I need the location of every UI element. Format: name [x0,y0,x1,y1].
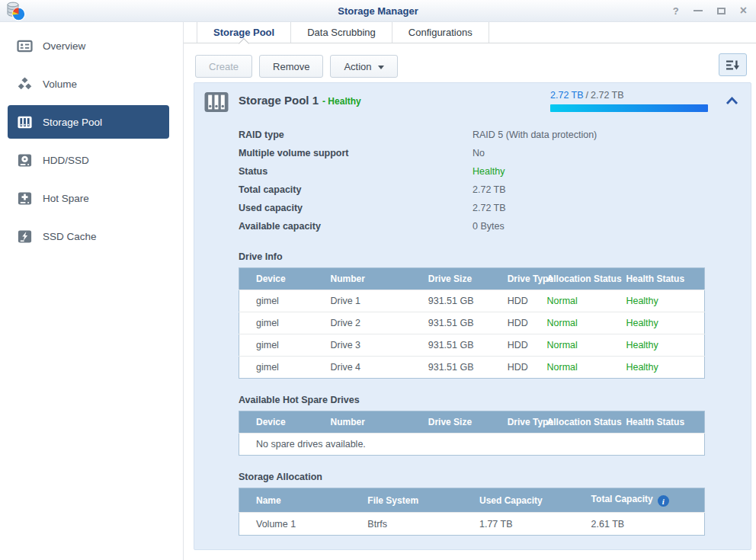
hot-spare-table: Device Number Drive Size Drive Type Allo… [239,411,705,456]
hot-spare-icon [17,190,33,206]
chevron-up-icon [726,96,738,105]
sidebar-item-label: Storage Pool [43,117,102,128]
usage-used-value: 2.72 TB [550,90,584,101]
volume-icon [17,76,33,92]
close-icon[interactable]: × [740,5,747,17]
pool-usage: 2.72 TB/2.72 TB [550,90,708,112]
maximize-icon[interactable] [717,5,726,17]
disk-array-icon [203,89,229,118]
overview-icon [17,38,33,54]
drive-info-table: Device Number Drive Size Drive Type Allo… [239,267,705,379]
tab-storage-pool[interactable]: Storage Pool [197,22,290,43]
hot-spare-title: Available Hot Spare Drives [239,394,705,406]
collapse-panel-button[interactable] [726,94,738,108]
drive-info-section: Drive Info Device Number Drive Size Driv… [239,251,705,379]
hot-spare-section: Available Hot Spare Drives Device Number… [239,394,705,456]
table-row[interactable]: gimel Drive 4 931.51 GB HDD Normal Healt… [239,357,705,379]
info-icon[interactable]: i [658,495,669,507]
empty-row: No spare drives available. [239,434,705,456]
sidebar-item-hot-spare[interactable]: Hot Spare [8,181,169,215]
table-header-row: Device Number Drive Size Drive Type Allo… [239,411,705,434]
titlebar: Storage Manager ? × [0,0,756,22]
sidebar-item-volume[interactable]: Volume [8,67,169,101]
storage-allocation-table: Name File System Used Capacity Total Cap… [239,488,705,536]
detail-row: Status Healthy [239,162,705,181]
tab-bar: Storage Pool Data Scrubbing Configuratio… [184,22,756,43]
create-button[interactable]: Create [195,55,252,78]
sidebar-item-label: HDD/SSD [43,155,89,166]
storage-allocation-title: Storage Allocation [239,471,705,483]
content-area: Storage Pool Data Scrubbing Configuratio… [184,22,756,560]
table-row[interactable]: gimel Drive 1 931.51 GB HDD Normal Healt… [239,290,705,312]
sidebar-item-label: Volume [43,78,77,90]
pool-status-badge: - Healthy [322,96,361,107]
remove-button[interactable]: Remove [259,55,323,78]
pool-title: Storage Pool 1- Healthy [239,94,361,107]
storage-pool-panel: Storage Pool 1- Healthy 2.72 TB/2.72 TB … [194,82,751,550]
usage-total-value: 2.72 TB [591,90,624,101]
pool-details: RAID type RAID 5 (With data protection) … [194,118,751,536]
sidebar-item-label: SSD Cache [43,231,97,242]
sidebar-item-label: Hot Spare [43,193,89,204]
sidebar-item-label: Overview [43,40,85,52]
usage-progress-fill [550,104,708,112]
hdd-ssd-icon [17,152,33,168]
table-row[interactable]: gimel Drive 2 931.51 GB HDD Normal Healt… [239,312,705,334]
ssd-cache-icon [17,229,33,245]
tab-data-scrubbing[interactable]: Data Scrubbing [290,22,392,43]
sidebar-item-ssd-cache[interactable]: SSD Cache [8,219,169,253]
table-row[interactable]: gimel Drive 3 931.51 GB HDD Normal Healt… [239,334,705,357]
storage-pool-icon [17,114,33,130]
tab-configurations[interactable]: Configurations [392,22,489,43]
action-button[interactable]: Action [330,55,397,78]
table-header-row: Name File System Used Capacity Total Cap… [239,488,705,513]
collapse-list-icon [726,59,740,71]
detail-row: Available capacity 0 Bytes [239,217,705,235]
sidebar: Overview Volume [0,22,184,560]
detail-row: Total capacity 2.72 TB [239,181,705,199]
sidebar-item-hdd-ssd[interactable]: HDD/SSD [8,143,169,177]
detail-row: RAID type RAID 5 (With data protection) [239,126,705,144]
detail-row: Used capacity 2.72 TB [239,199,705,217]
usage-progress-bar [550,104,708,112]
usage-text: 2.72 TB/2.72 TB [550,90,708,101]
help-icon[interactable]: ? [673,5,679,17]
detail-row: Multiple volume support No [239,144,705,162]
collapse-list-button[interactable] [719,53,747,76]
storage-allocation-section: Storage Allocation Name File System Used… [239,471,705,536]
window-controls: ? × [673,0,747,21]
status-value: Healthy [472,166,505,177]
chevron-down-icon [378,66,384,69]
sidebar-item-overview[interactable]: Overview [8,29,169,62]
storage-manager-app-icon [5,2,26,24]
toolbar: Create Remove Action [184,43,756,79]
pool-header: Storage Pool 1- Healthy 2.72 TB/2.72 TB [194,83,751,118]
window-title: Storage Manager [0,5,756,17]
table-row[interactable]: Volume 1 Btrfs 1.77 TB 2.61 TB [239,513,705,536]
empty-message: No spare drives available. [239,434,705,456]
table-header-row: Device Number Drive Size Drive Type Allo… [239,268,705,290]
drive-info-title: Drive Info [239,251,705,263]
sidebar-item-storage-pool[interactable]: Storage Pool [8,105,169,139]
minimize-icon[interactable] [694,5,703,17]
